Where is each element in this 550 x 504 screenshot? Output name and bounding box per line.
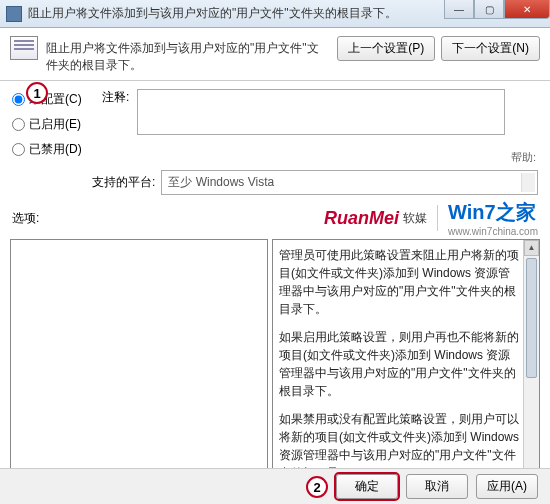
policy-heading: 阻止用户将文件添加到与该用户对应的"用户文件"文件夹的根目录下。 (46, 36, 329, 74)
platform-scrollbar[interactable] (521, 173, 535, 192)
platform-label: 支持的平台: (92, 174, 155, 191)
lower-section: 管理员可使用此策略设置来阻止用户将新的项目(如文件或文件夹)添加到 Window… (0, 239, 550, 504)
policy-icon (10, 36, 38, 60)
next-setting-button[interactable]: 下一个设置(N) (441, 36, 540, 61)
config-section: 未配置(C) 已启用(E) 已禁用(D) 注释: 支持的平台: 至少 Windo… (0, 81, 550, 195)
brand-divider (437, 205, 438, 231)
apply-button[interactable]: 应用(A) (476, 474, 538, 499)
ok-button[interactable]: 确定 (336, 474, 398, 499)
options-pane (10, 239, 268, 504)
titlebar: 阻止用户将文件添加到与该用户对应的"用户文件"文件夹的根目录下。 — ▢ ✕ (0, 0, 550, 28)
help-label: 帮助: (511, 150, 536, 165)
scroll-up-icon[interactable]: ▲ (524, 240, 539, 256)
state-radio-group: 未配置(C) 已启用(E) 已禁用(D) (12, 89, 92, 166)
maximize-button[interactable]: ▢ (474, 0, 504, 19)
brand-ruanmei-cn: 软媒 (403, 210, 427, 227)
radio-disabled-label[interactable]: 已禁用(D) (29, 141, 82, 158)
comment-label: 注释: (102, 89, 129, 106)
window-buttons: — ▢ ✕ (444, 0, 550, 19)
brand-ruanmei-logo: RuanMei (324, 208, 399, 229)
description-scrollbar[interactable]: ▲ ▼ (523, 240, 539, 504)
footer: 确定 取消 应用(A) (0, 468, 550, 504)
minimize-button[interactable]: — (444, 0, 474, 19)
radio-not-configured[interactable] (12, 93, 25, 106)
radio-enabled[interactable] (12, 118, 25, 131)
desc-p1: 管理员可使用此策略设置来阻止用户将新的项目(如文件或文件夹)添加到 Window… (279, 246, 521, 318)
close-button[interactable]: ✕ (504, 0, 550, 19)
window-title: 阻止用户将文件添加到与该用户对应的"用户文件"文件夹的根目录下。 (28, 5, 397, 22)
radio-disabled[interactable] (12, 143, 25, 156)
brand-row: 选项: RuanMei 软媒 Win7之家 www.win7china.com (0, 197, 550, 239)
comment-input[interactable] (137, 89, 505, 135)
platform-value-box: 至少 Windows Vista (161, 170, 538, 195)
prev-setting-button[interactable]: 上一个设置(P) (337, 36, 435, 61)
header-section: 阻止用户将文件添加到与该用户对应的"用户文件"文件夹的根目录下。 上一个设置(P… (0, 28, 550, 81)
options-label: 选项: (12, 210, 39, 227)
brand-win7-url: www.win7china.com (448, 226, 538, 237)
radio-not-configured-label[interactable]: 未配置(C) (29, 91, 82, 108)
description-pane: 管理员可使用此策略设置来阻止用户将新的项目(如文件或文件夹)添加到 Window… (272, 239, 540, 504)
scroll-thumb[interactable] (526, 258, 537, 378)
desc-p2: 如果启用此策略设置，则用户再也不能将新的项目(如文件或文件夹)添加到 Windo… (279, 328, 521, 400)
cancel-button[interactable]: 取消 (406, 474, 468, 499)
app-icon (6, 6, 22, 22)
radio-enabled-label[interactable]: 已启用(E) (29, 116, 81, 133)
brand-win7-logo: Win7之家 (448, 199, 536, 226)
platform-value: 至少 Windows Vista (168, 175, 274, 189)
